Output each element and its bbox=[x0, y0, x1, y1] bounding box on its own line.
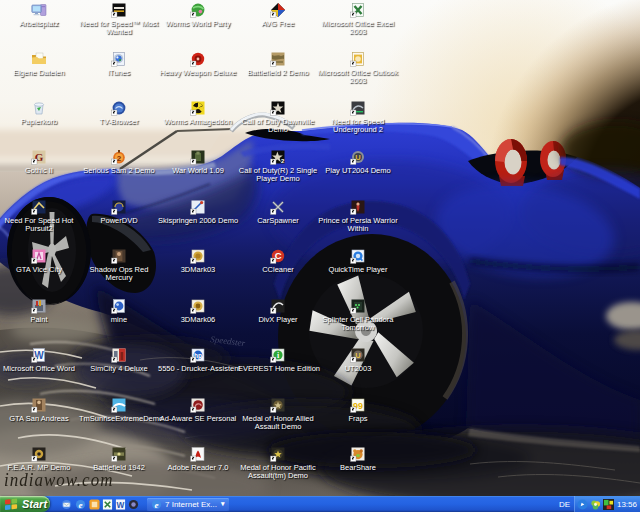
svg-text:2: 2 bbox=[117, 154, 122, 163]
svg-text:e: e bbox=[154, 499, 158, 509]
svg-text:W: W bbox=[117, 500, 125, 509]
svg-text:e: e bbox=[78, 499, 82, 509]
